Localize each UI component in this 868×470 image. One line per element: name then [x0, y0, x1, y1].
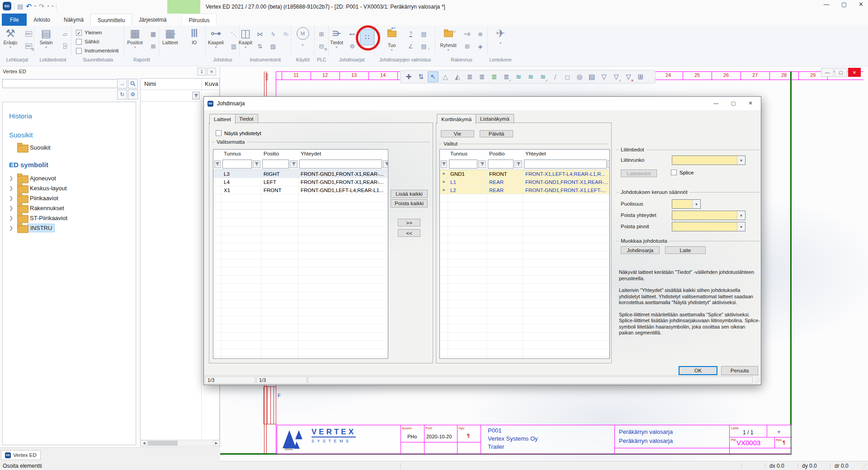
tiedot-button[interactable]: ⋔ Tiedot▾ [329, 27, 344, 56]
column-header-tunnus[interactable]: Tunnus [448, 150, 487, 159]
undo-dropdown-icon[interactable]: ▾ [34, 4, 36, 8]
column-header-positio[interactable]: Positio [261, 150, 298, 159]
ribbon-tab-näkymä[interactable]: Näkymä [57, 14, 90, 26]
ok-button[interactable]: OK [679, 366, 717, 375]
table-row[interactable]: L4LEFTFRONT-GND1,FRONT-X1,REAR-... [213, 178, 388, 186]
harness-edit-icon[interactable]: ⊷ [347, 29, 358, 39]
filter-funnel-icon[interactable] [192, 92, 200, 99]
slash-icon[interactable]: / [550, 71, 561, 82]
filter-input[interactable] [524, 160, 607, 169]
measure-question-icon[interactable]: ? [406, 29, 416, 39]
expand-plus-cell[interactable]: + [440, 178, 448, 186]
laite-button[interactable]: Laite [665, 246, 706, 254]
tab-laitteet[interactable]: Laitteet [209, 114, 236, 124]
splice-checkbox[interactable]: Splice [671, 169, 693, 175]
filter-input[interactable] [449, 160, 477, 169]
chevron-right-icon[interactable]: ❯ [9, 215, 14, 221]
sidebar-item-rakennukset[interactable]: ❯Rakennukset [3, 203, 136, 213]
column-header-positio[interactable]: Positio [487, 150, 523, 159]
eraajo-button[interactable]: ⚒ Eräajo▾ [0, 27, 21, 56]
poista-pinnit-combobox[interactable]: ▾ [672, 222, 745, 231]
signal-icon[interactable]: ϟ [268, 29, 278, 39]
motor-button[interactable]: M ▾ [292, 27, 314, 56]
pdf-icon[interactable]: PDF [23, 29, 34, 39]
pin-icon[interactable]: ✚ [403, 71, 414, 82]
johdinsarja-button[interactable]: Johdinsarja [621, 246, 660, 254]
plc-io-icon[interactable]: ⊞ [316, 29, 327, 39]
poista-yhteydet-combobox[interactable]: ▾ [672, 211, 745, 220]
minimize-button[interactable]: — [824, 1, 830, 8]
expand-plus-cell[interactable]: + [440, 170, 448, 178]
wave-alt-icon[interactable]: ≋ [525, 71, 536, 82]
filter-funnel-button[interactable] [514, 160, 522, 168]
oxygen-instrument-icon[interactable]: O₂ [281, 29, 292, 39]
chevron-right-icon[interactable]: ❯ [9, 205, 14, 211]
column-header-nimi[interactable]: Nimi [144, 80, 156, 87]
selain-button[interactable]: ▤ Selain▾ [35, 27, 57, 56]
triangle-icon[interactable]: △ [440, 71, 451, 82]
io-button[interactable]: Ⅲ IO [184, 27, 206, 56]
tab-tiedot[interactable]: Tiedot [235, 114, 258, 123]
unselected-devices-table[interactable]: TunnusPositioYhteydetL3RIGHTFRONT-GND1,F… [213, 149, 388, 359]
table-remove-icon[interactable]: ⊠ [148, 41, 159, 51]
layers-alt-icon[interactable]: ≣ [476, 71, 487, 82]
scroll-left-icon[interactable]: ◀ [141, 440, 147, 446]
column-header-kuva[interactable]: Kuva [205, 80, 218, 87]
excel-export-icon[interactable]: X [60, 41, 71, 51]
column-header-yhteydet[interactable]: Yhteydet [523, 150, 609, 159]
tab-listanakyma[interactable]: Listanäkymä [476, 114, 514, 123]
chevron-right-icon[interactable]: ❯ [9, 175, 14, 181]
ribbon-tab-arkisto[interactable]: Arkisto [27, 14, 57, 26]
filter-funnel-button[interactable] [478, 160, 486, 168]
horizontal-scrollbar[interactable]: ◀ ▶ [140, 440, 220, 446]
filter-funnel-button[interactable] [383, 160, 388, 168]
kaapeli-button[interactable]: ⊶ Kaapeli▾ [206, 27, 226, 56]
table-row[interactable]: +GND1FRONTFRONT-X1,LEFT-L4,REAR-L1,R... [440, 170, 609, 178]
measure-icon[interactable]: ⇅ [415, 71, 426, 82]
pdf-settings-icon[interactable]: PDF⚙ [23, 41, 34, 51]
snap-grid-icon[interactable]: ⊞ [635, 71, 646, 82]
search-icon[interactable] [128, 79, 138, 89]
wave-icon[interactable]: ≋ [513, 71, 524, 82]
copy-log-icon[interactable]: ▱ [60, 29, 71, 39]
sidebar-item-instru[interactable]: ❯INSTRU [3, 223, 136, 233]
harness-pins-icon[interactable]: ⚙ [347, 41, 358, 51]
filter-input[interactable] [262, 160, 289, 169]
panel-bottom-tab[interactable]: ED Vertex ED [1, 450, 41, 460]
table-icon[interactable]: ▦ [148, 29, 159, 39]
app-logo-icon[interactable]: ED [3, 2, 11, 10]
pin-icon[interactable]: ↧ [197, 68, 206, 75]
filter-input[interactable] [299, 160, 382, 169]
laitteet-button[interactable]: ▦◔ Laitteet [159, 27, 181, 56]
splice-symbol-button[interactable]: ∷ [360, 29, 374, 45]
grid-symbol-icon[interactable]: ⊞ [462, 41, 473, 51]
transfer-icon[interactable]: ⇅ [255, 41, 265, 51]
form-icon[interactable]: ▤ [419, 29, 429, 39]
cancel-button[interactable]: Peruuta [721, 366, 758, 375]
maximize-button[interactable]: ▢ [841, 1, 847, 8]
select-cursor-icon[interactable]: ↖ [428, 71, 439, 82]
resize-grip[interactable]: ⋰ [755, 379, 760, 384]
vie-button[interactable]: Vie [441, 130, 474, 137]
filter-icon[interactable]: ▽ [599, 71, 609, 82]
puolisuus-combobox[interactable]: ▾ [672, 199, 701, 209]
sidebar-section-ed-symbolit[interactable]: ED symbolit [9, 161, 48, 169]
remove-all-button[interactable]: Poista kaikki [391, 199, 428, 207]
customize-toolbar-icon[interactable]: ▾ [52, 4, 53, 8]
dialog-close-button[interactable]: ✕ [743, 97, 758, 109]
plc-settings-icon[interactable]: ⊟⚙ [316, 41, 327, 51]
form-numbered-icon[interactable]: ▤¹ [419, 41, 429, 51]
cable-bundle-icon[interactable]: ▥ [228, 41, 239, 51]
sidebar-item-ajoneuvot[interactable]: ❯Ajoneuvot [3, 174, 136, 183]
ribbon-tab-järjestelmä[interactable]: Järjestelmä [132, 14, 173, 26]
filter-input[interactable] [222, 160, 252, 169]
dialog-maximize-button[interactable]: ▢ [726, 97, 741, 109]
filter-funnel-button[interactable] [441, 160, 447, 168]
triangle-hatch-icon[interactable]: ◭ [452, 71, 463, 82]
search-input[interactable] [2, 79, 118, 88]
drawing-close-button[interactable]: ✕ [848, 68, 861, 77]
valve-icon[interactable]: ⋈ [255, 29, 265, 39]
checkbox-instrumentointi[interactable]: Instrumentointi [76, 46, 118, 55]
ribbon-tab-file[interactable]: File [2, 14, 27, 26]
marquee-icon[interactable]: □ [562, 71, 573, 82]
